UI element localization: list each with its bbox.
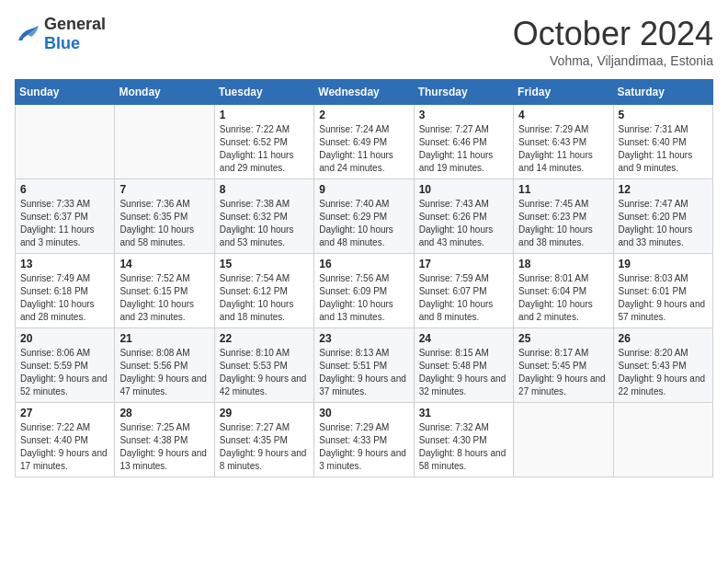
weekday-header-wednesday: Wednesday — [314, 80, 414, 105]
day-info: Sunrise: 8:15 AMSunset: 5:48 PMDaylight:… — [419, 347, 508, 398]
weekday-header-tuesday: Tuesday — [214, 80, 313, 105]
logo: General Blue — [15, 15, 106, 53]
calendar-cell: 4Sunrise: 7:29 AMSunset: 6:43 PMDaylight… — [514, 105, 613, 179]
day-info: Sunrise: 7:25 AMSunset: 4:38 PMDaylight:… — [119, 421, 209, 473]
day-number: 1 — [220, 109, 309, 121]
weekday-header-monday: Monday — [115, 80, 214, 105]
day-info: Sunrise: 7:54 AMSunset: 6:12 PMDaylight:… — [220, 272, 309, 324]
day-info: Sunrise: 7:45 AMSunset: 6:23 PMDaylight:… — [518, 198, 608, 249]
day-info: Sunrise: 8:13 AMSunset: 5:51 PMDaylight:… — [319, 347, 408, 398]
day-info: Sunrise: 7:27 AMSunset: 6:46 PMDaylight:… — [419, 123, 508, 175]
day-number: 27 — [20, 407, 109, 419]
day-info: Sunrise: 7:27 AMSunset: 4:35 PMDaylight:… — [220, 421, 309, 473]
title-block: October 2024 Vohma, Viljandimaa, Estonia — [513, 15, 713, 68]
calendar-cell: 6Sunrise: 7:33 AMSunset: 6:37 PMDaylight… — [16, 179, 115, 254]
day-number: 19 — [619, 258, 708, 270]
day-info: Sunrise: 7:38 AMSunset: 6:32 PMDaylight:… — [220, 198, 309, 249]
calendar-week-row: 6Sunrise: 7:33 AMSunset: 6:37 PMDaylight… — [16, 179, 713, 254]
day-info: Sunrise: 7:24 AMSunset: 6:49 PMDaylight:… — [319, 123, 408, 175]
day-number: 25 — [518, 332, 608, 345]
calendar-cell: 13Sunrise: 7:49 AMSunset: 6:18 PMDayligh… — [16, 254, 115, 328]
day-info: Sunrise: 7:29 AMSunset: 6:43 PMDaylight:… — [518, 123, 608, 175]
day-number: 20 — [20, 332, 109, 345]
day-info: Sunrise: 7:22 AMSunset: 4:40 PMDaylight:… — [20, 421, 109, 473]
day-number: 30 — [319, 407, 408, 419]
weekday-header-friday: Friday — [514, 80, 613, 105]
day-info: Sunrise: 7:40 AMSunset: 6:29 PMDaylight:… — [319, 198, 408, 249]
calendar-cell: 26Sunrise: 8:20 AMSunset: 5:43 PMDayligh… — [613, 328, 712, 403]
day-number: 4 — [518, 109, 608, 121]
day-info: Sunrise: 8:08 AMSunset: 5:56 PMDaylight:… — [119, 347, 209, 398]
day-number: 8 — [220, 183, 309, 196]
day-info: Sunrise: 8:03 AMSunset: 6:01 PMDaylight:… — [619, 272, 708, 324]
calendar-cell: 23Sunrise: 8:13 AMSunset: 5:51 PMDayligh… — [314, 328, 414, 403]
day-info: Sunrise: 8:20 AMSunset: 5:43 PMDaylight:… — [619, 347, 708, 398]
calendar-cell: 22Sunrise: 8:10 AMSunset: 5:53 PMDayligh… — [214, 328, 313, 403]
logo-icon — [15, 24, 40, 44]
day-info: Sunrise: 7:43 AMSunset: 6:26 PMDaylight:… — [419, 198, 508, 249]
calendar-cell: 12Sunrise: 7:47 AMSunset: 6:20 PMDayligh… — [613, 179, 712, 254]
day-number: 21 — [119, 332, 209, 345]
calendar-cell: 25Sunrise: 8:17 AMSunset: 5:45 PMDayligh… — [514, 328, 613, 403]
day-number: 2 — [319, 109, 408, 121]
calendar-cell: 2Sunrise: 7:24 AMSunset: 6:49 PMDaylight… — [314, 105, 414, 179]
logo-text: General Blue — [44, 15, 106, 53]
calendar-week-row: 13Sunrise: 7:49 AMSunset: 6:18 PMDayligh… — [16, 254, 713, 328]
day-number: 11 — [518, 183, 608, 196]
calendar-cell: 9Sunrise: 7:40 AMSunset: 6:29 PMDaylight… — [314, 179, 414, 254]
day-info: Sunrise: 7:33 AMSunset: 6:37 PMDaylight:… — [20, 198, 109, 249]
day-number: 3 — [419, 109, 508, 121]
logo-blue: Blue — [44, 34, 80, 52]
calendar-title: October 2024 — [513, 15, 713, 53]
calendar-week-row: 20Sunrise: 8:06 AMSunset: 5:59 PMDayligh… — [16, 328, 713, 403]
day-info: Sunrise: 7:52 AMSunset: 6:15 PMDaylight:… — [119, 272, 209, 324]
day-number: 17 — [419, 258, 508, 270]
day-number: 7 — [119, 183, 209, 196]
day-number: 24 — [419, 332, 508, 345]
calendar-cell — [115, 105, 214, 179]
calendar-cell: 5Sunrise: 7:31 AMSunset: 6:40 PMDaylight… — [613, 105, 712, 179]
day-info: Sunrise: 7:59 AMSunset: 6:07 PMDaylight:… — [419, 272, 508, 324]
calendar-cell: 10Sunrise: 7:43 AMSunset: 6:26 PMDayligh… — [414, 179, 513, 254]
day-number: 6 — [20, 183, 109, 196]
day-number: 13 — [20, 258, 109, 270]
day-number: 12 — [619, 183, 708, 196]
calendar-header: SundayMondayTuesdayWednesdayThursdayFrid… — [16, 80, 713, 105]
calendar-cell: 16Sunrise: 7:56 AMSunset: 6:09 PMDayligh… — [314, 254, 414, 328]
day-info: Sunrise: 7:56 AMSunset: 6:09 PMDaylight:… — [319, 272, 408, 324]
day-number: 31 — [419, 407, 508, 419]
day-info: Sunrise: 7:22 AMSunset: 6:52 PMDaylight:… — [220, 123, 309, 175]
weekday-header-saturday: Saturday — [613, 80, 712, 105]
calendar-cell: 3Sunrise: 7:27 AMSunset: 6:46 PMDaylight… — [414, 105, 513, 179]
day-number: 14 — [119, 258, 209, 270]
day-number: 10 — [419, 183, 508, 196]
calendar-table: SundayMondayTuesdayWednesdayThursdayFrid… — [15, 79, 713, 477]
weekday-header-sunday: Sunday — [16, 80, 115, 105]
logo-general: General — [44, 15, 106, 33]
calendar-cell: 24Sunrise: 8:15 AMSunset: 5:48 PMDayligh… — [414, 328, 513, 403]
day-number: 28 — [119, 407, 209, 419]
calendar-cell: 15Sunrise: 7:54 AMSunset: 6:12 PMDayligh… — [214, 254, 313, 328]
calendar-cell: 7Sunrise: 7:36 AMSunset: 6:35 PMDaylight… — [115, 179, 214, 254]
day-info: Sunrise: 8:10 AMSunset: 5:53 PMDaylight:… — [220, 347, 309, 398]
day-number: 16 — [319, 258, 408, 270]
calendar-cell: 1Sunrise: 7:22 AMSunset: 6:52 PMDaylight… — [214, 105, 313, 179]
day-info: Sunrise: 7:32 AMSunset: 4:30 PMDaylight:… — [419, 421, 508, 473]
calendar-cell: 30Sunrise: 7:29 AMSunset: 4:33 PMDayligh… — [314, 403, 414, 477]
calendar-cell — [16, 105, 115, 179]
weekday-header-row: SundayMondayTuesdayWednesdayThursdayFrid… — [16, 80, 713, 105]
day-number: 23 — [319, 332, 408, 345]
calendar-cell: 31Sunrise: 7:32 AMSunset: 4:30 PMDayligh… — [414, 403, 513, 477]
day-info: Sunrise: 8:06 AMSunset: 5:59 PMDaylight:… — [20, 347, 109, 398]
calendar-cell: 29Sunrise: 7:27 AMSunset: 4:35 PMDayligh… — [214, 403, 313, 477]
calendar-cell — [514, 403, 613, 477]
calendar-week-row: 1Sunrise: 7:22 AMSunset: 6:52 PMDaylight… — [16, 105, 713, 179]
page-header: General Blue October 2024 Vohma, Viljand… — [15, 15, 713, 68]
calendar-cell — [613, 403, 712, 477]
day-number: 15 — [220, 258, 309, 270]
calendar-cell: 20Sunrise: 8:06 AMSunset: 5:59 PMDayligh… — [16, 328, 115, 403]
calendar-subtitle: Vohma, Viljandimaa, Estonia — [513, 53, 713, 68]
calendar-cell: 17Sunrise: 7:59 AMSunset: 6:07 PMDayligh… — [414, 254, 513, 328]
calendar-cell: 14Sunrise: 7:52 AMSunset: 6:15 PMDayligh… — [115, 254, 214, 328]
day-info: Sunrise: 8:01 AMSunset: 6:04 PMDaylight:… — [518, 272, 608, 324]
